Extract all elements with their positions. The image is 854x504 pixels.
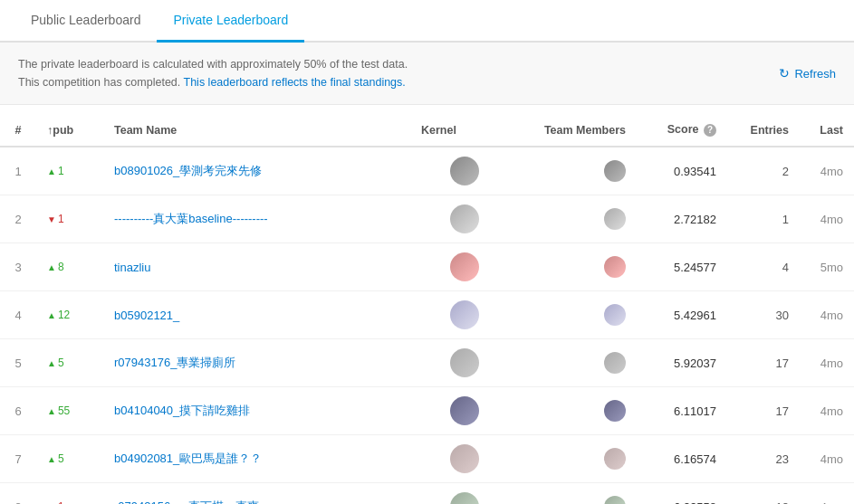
cell-change: 8 xyxy=(36,243,103,291)
arrow-down-icon xyxy=(47,500,56,504)
cell-last: 5mo xyxy=(800,243,854,291)
table-row: 1 1 b08901026_學測考完來先修 0.93541 2 4mo xyxy=(0,147,854,195)
kernel-avatar xyxy=(450,444,479,473)
team-name-link[interactable]: r07943176_專業掃廁所 xyxy=(114,356,235,369)
team-name-link[interactable]: b04902081_歐巴馬是誰？？ xyxy=(114,452,262,465)
cell-entries: 23 xyxy=(727,435,800,483)
cell-last: 4mo xyxy=(800,195,854,243)
arrow-up-icon xyxy=(47,357,56,369)
cell-score: 0.93541 xyxy=(637,147,727,195)
cell-team-name: b08901026_學測考完來先修 xyxy=(103,147,410,195)
leaderboard-table-container: # ↑pub Team Name Kernel Team Members Sco… xyxy=(0,105,854,504)
cell-score: 6.11017 xyxy=(637,387,727,435)
member-avatar xyxy=(604,352,626,374)
cell-score: 5.42961 xyxy=(637,291,727,339)
col-score: Score ? xyxy=(637,114,727,147)
cell-team-name: ----------真大葉baseline--------- xyxy=(103,195,410,243)
cell-team-members xyxy=(519,243,637,291)
cell-kernel xyxy=(410,435,519,483)
info-line1: The private leaderboard is calculated wi… xyxy=(18,55,408,73)
cell-change: 5 xyxy=(36,435,103,483)
cell-last: 4mo xyxy=(800,483,854,505)
member-avatar xyxy=(604,400,626,422)
cell-team-members xyxy=(519,483,637,505)
cell-rank: 8 xyxy=(0,483,36,505)
info-text: The private leaderboard is calculated wi… xyxy=(18,55,408,91)
cell-score: 6.16574 xyxy=(637,435,727,483)
kernel-avatar xyxy=(450,348,479,377)
cell-change: 55 xyxy=(36,387,103,435)
cell-last: 4mo xyxy=(800,291,854,339)
change-value: 5 xyxy=(58,357,64,369)
cell-change: 1 xyxy=(36,147,103,195)
team-name-link[interactable]: b04104040_摸下請吃雞排 xyxy=(114,404,250,417)
cell-score: 5.92037 xyxy=(637,339,727,387)
col-entries: Entries xyxy=(727,114,800,147)
change-value: 12 xyxy=(58,309,70,321)
cell-team-members xyxy=(519,291,637,339)
kernel-avatar xyxy=(450,396,479,425)
cell-last: 4mo xyxy=(800,435,854,483)
cell-kernel xyxy=(410,387,519,435)
table-row: 6 55 b04104040_摸下請吃雞排 6.11017 17 4mo xyxy=(0,387,854,435)
cell-change: 1 xyxy=(36,195,103,243)
team-name-link[interactable]: r07943156_一直下棋一直爽 xyxy=(114,499,259,504)
col-last: Last xyxy=(800,114,854,147)
cell-team-members xyxy=(519,195,637,243)
cell-team-members xyxy=(519,435,637,483)
tab-public[interactable]: Public Leaderboard xyxy=(14,0,157,43)
table-row: 5 5 r07943176_專業掃廁所 5.92037 17 4mo xyxy=(0,339,854,387)
cell-team-name: b04104040_摸下請吃雞排 xyxy=(103,387,410,435)
member-avatar xyxy=(604,256,626,278)
cell-change: 1 xyxy=(36,483,103,505)
change-value: 1 xyxy=(58,165,64,177)
cell-entries: 17 xyxy=(727,387,800,435)
arrow-down-icon xyxy=(47,213,56,225)
tabs-bar: Public Leaderboard Private Leaderboard xyxy=(0,0,854,43)
cell-team-members xyxy=(519,147,637,195)
score-help-icon[interactable]: ? xyxy=(704,124,716,137)
team-name-link[interactable]: tinazliu xyxy=(114,261,150,274)
kernel-avatar xyxy=(450,157,479,185)
cell-last: 4mo xyxy=(800,147,854,195)
table-row: 2 1 ----------真大葉baseline--------- 2.721… xyxy=(0,195,854,243)
team-name-link[interactable]: b05902121_ xyxy=(114,309,179,322)
table-row: 7 5 b04902081_歐巴馬是誰？？ 6.16574 23 4mo xyxy=(0,435,854,483)
refresh-button[interactable]: ↻ Refresh xyxy=(779,66,836,81)
kernel-avatar xyxy=(450,300,479,329)
member-avatar xyxy=(604,304,626,326)
cell-kernel xyxy=(410,483,519,505)
tab-private[interactable]: Private Leaderboard xyxy=(157,0,304,43)
cell-kernel xyxy=(410,339,519,387)
cell-entries: 18 xyxy=(727,483,800,505)
col-rank: # xyxy=(0,114,36,147)
cell-team-name: b05902121_ xyxy=(103,291,410,339)
cell-score: 2.72182 xyxy=(637,195,727,243)
cell-rank: 4 xyxy=(0,291,36,339)
info-line2: This competition has completed. This lea… xyxy=(18,73,408,91)
cell-rank: 7 xyxy=(0,435,36,483)
cell-kernel xyxy=(410,147,519,195)
change-value: 1 xyxy=(58,213,64,225)
team-name-link[interactable]: ----------真大葉baseline--------- xyxy=(114,212,268,225)
col-team-name: Team Name xyxy=(103,114,410,147)
kernel-avatar xyxy=(450,252,479,281)
change-value: 5 xyxy=(58,452,64,465)
cell-rank: 2 xyxy=(0,195,36,243)
cell-team-name: tinazliu xyxy=(103,243,410,291)
cell-kernel xyxy=(410,291,519,339)
cell-team-name: b04902081_歐巴馬是誰？？ xyxy=(103,435,410,483)
table-row: 8 1 r07943156_一直下棋一直爽 6.22558 18 4mo xyxy=(0,483,854,505)
cell-rank: 5 xyxy=(0,339,36,387)
team-name-link[interactable]: b08901026_學測考完來先修 xyxy=(114,164,262,177)
col-kernel: Kernel xyxy=(410,114,519,147)
refresh-icon: ↻ xyxy=(779,66,790,81)
change-value: 1 xyxy=(58,500,64,504)
info-bar: The private leaderboard is calculated wi… xyxy=(0,43,854,105)
member-avatar xyxy=(604,208,626,230)
cell-team-members xyxy=(519,339,637,387)
col-team-members: Team Members xyxy=(519,114,637,147)
kernel-avatar xyxy=(450,204,479,233)
cell-last: 4mo xyxy=(800,387,854,435)
cell-rank: 6 xyxy=(0,387,36,435)
